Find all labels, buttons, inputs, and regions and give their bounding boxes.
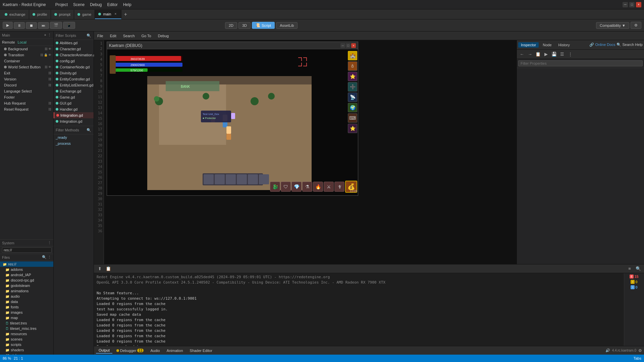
fs-item-animations[interactable]: 📁 animations xyxy=(0,288,53,294)
fs-item-fonts[interactable]: 📁 fonts xyxy=(0,304,53,310)
view-script-button[interactable]: 📜 Script xyxy=(252,22,275,29)
method-process[interactable]: _process xyxy=(54,140,94,146)
menu-file[interactable]: File xyxy=(94,32,107,40)
sidebar-item-container[interactable]: Container xyxy=(0,58,53,64)
menu-search[interactable]: Search xyxy=(120,32,138,40)
nav-forward-button[interactable]: → xyxy=(526,51,534,58)
deploy-button[interactable]: 📱 xyxy=(63,22,75,29)
close-button[interactable]: × xyxy=(636,2,641,7)
scene-tree-more-icon[interactable]: ⋮ xyxy=(48,33,51,37)
sidebar-item-exit[interactable]: Exit ⛓ xyxy=(0,70,53,76)
console-area[interactable]: Redot Engine v4.4.rc.kaetram.0.custom_bu… xyxy=(94,273,624,346)
sidebar-item-language[interactable]: Language Select xyxy=(0,88,53,94)
console-upload-icon[interactable]: ⬆ xyxy=(96,265,103,273)
menu-editor[interactable]: Editor xyxy=(105,2,120,8)
tab-close-main[interactable]: × xyxy=(113,12,118,16)
game-icon-8[interactable]: ⭐ xyxy=(348,124,357,133)
menu-project[interactable]: Project xyxy=(53,2,70,8)
save-action-button[interactable]: 💾 xyxy=(550,51,558,58)
sidebar-item-version[interactable]: Version ⛓ xyxy=(0,76,53,82)
tab-audio[interactable]: Audio xyxy=(148,348,162,353)
menu-goto[interactable]: Go To xyxy=(138,32,155,40)
fs-item-scenes[interactable]: 📁 scenes xyxy=(0,337,53,342)
hotbar-3[interactable]: 💎 xyxy=(291,182,302,192)
stop-button[interactable]: ⏹ xyxy=(26,22,37,29)
sidebar-item-hub-request[interactable]: Hub Request ⛓ xyxy=(0,100,53,106)
menu-edit[interactable]: Edit xyxy=(107,32,120,40)
view-assetlib-button[interactable]: AssetLib xyxy=(276,22,298,29)
fs-item-data[interactable]: 📁 data xyxy=(0,299,53,304)
movie-button[interactable]: 🎬 xyxy=(50,22,62,29)
play-action-button[interactable]: ▶ xyxy=(542,51,550,58)
fs-item-shaders[interactable]: 📁 shaders xyxy=(0,347,53,353)
tab-node[interactable]: Node xyxy=(540,42,554,48)
game-icon-6[interactable]: 🌍 xyxy=(348,103,357,112)
scene-tree-add-icon[interactable]: + xyxy=(44,33,46,37)
menu-scene[interactable]: Scene xyxy=(70,2,87,8)
game-minimize-btn[interactable]: ─ xyxy=(340,43,345,48)
console-filter-icon[interactable]: ≡ xyxy=(626,265,633,273)
pause-button[interactable]: ⏸ xyxy=(14,22,25,29)
menu-debug[interactable]: Debug xyxy=(87,2,104,8)
tab-history[interactable]: History xyxy=(556,42,573,48)
sidebar-item-reset-request[interactable]: Reset Request ⛓ xyxy=(0,106,53,112)
fs-item-res[interactable]: 📁 res:// xyxy=(0,261,53,267)
fs-item-godotsteam[interactable]: 📁 godotsteam xyxy=(0,283,53,288)
hotbar-5[interactable]: 🔥 xyxy=(313,182,323,192)
play-button[interactable]: ▶ xyxy=(3,22,13,29)
game-icon-5[interactable]: 📡 xyxy=(348,93,357,102)
game-icon-1[interactable]: 🏰 xyxy=(348,51,357,60)
fs-item-android[interactable]: 📁 android_IAP xyxy=(0,272,53,278)
game-icon-7[interactable]: ⌨ xyxy=(348,113,357,123)
filesystem-path-input[interactable] xyxy=(2,247,52,253)
script-integration-selected[interactable]: Integration.gd xyxy=(54,112,94,118)
fs-item-addons[interactable]: 📁 addons xyxy=(0,267,53,272)
fs-item-resources[interactable]: 📁 resources xyxy=(0,331,53,337)
tab-game[interactable]: game xyxy=(74,10,95,19)
script-entitylist[interactable]: EntityListElement.gd xyxy=(54,82,94,88)
local-label[interactable]: Local xyxy=(18,40,26,44)
files-more-icon[interactable]: ⋮ xyxy=(48,255,51,259)
online-docs-link[interactable]: 🔗 Online Docs xyxy=(589,43,615,47)
tab-debugger[interactable]: Debugger 11 xyxy=(114,348,146,353)
list-view-button[interactable]: ☰ xyxy=(558,51,566,58)
step-button[interactable]: ⏭ xyxy=(38,22,49,29)
game-maximize-btn[interactable]: □ xyxy=(346,43,351,48)
fs-item-images[interactable]: 📁 images xyxy=(0,310,53,315)
history-button[interactable]: 📋 xyxy=(534,51,542,58)
fs-item-tileset[interactable]: 🗒 tileset.tres xyxy=(0,320,53,326)
add-tab-button[interactable]: + xyxy=(121,10,129,18)
tab-profile[interactable]: profile xyxy=(29,10,51,19)
tab-exchange[interactable]: exchange xyxy=(1,10,29,19)
script-character[interactable]: Character.gd xyxy=(54,46,94,52)
hotbar-4[interactable]: ⚗ xyxy=(302,182,312,192)
fs-item-map[interactable]: 📁 map xyxy=(0,315,53,320)
script-abilities[interactable]: Abilities.gd xyxy=(54,40,94,46)
script-divinity[interactable]: Divinity.gd xyxy=(54,70,94,76)
menu-debug[interactable]: Debug xyxy=(155,32,172,40)
game-icon-3[interactable]: ⭐ xyxy=(348,72,357,81)
filesystem-more-icon[interactable]: ⋮ xyxy=(48,241,51,245)
hotbar-7[interactable]: 🗡 xyxy=(334,182,344,192)
fs-item-audio[interactable]: 📁 audio xyxy=(0,294,53,299)
tab-animation[interactable]: Animation xyxy=(164,348,186,353)
console-copy-icon[interactable]: 📋 xyxy=(105,265,112,273)
view-3d-button[interactable]: 3D xyxy=(238,22,251,29)
menu-help[interactable]: Help xyxy=(120,2,134,8)
more-actions-button[interactable]: ⋮ xyxy=(567,51,574,58)
script-containernode[interactable]: ContainerNode.gd xyxy=(54,64,94,70)
script-integration2[interactable]: Integration.gd xyxy=(54,118,94,124)
methods-search-icon[interactable]: 🔍 xyxy=(86,127,92,133)
tab-output[interactable]: Output xyxy=(96,348,112,354)
maximize-button[interactable]: □ xyxy=(629,2,635,7)
view-2d-button[interactable]: 2D xyxy=(225,22,237,29)
script-handler[interactable]: Handler.gd xyxy=(54,106,94,112)
fs-item-discord[interactable]: 📁 discord-rpc.gd xyxy=(0,278,53,283)
fs-item-scripts[interactable]: 📁 scripts xyxy=(0,342,53,347)
game-close-btn[interactable]: × xyxy=(351,43,356,48)
game-icon-2[interactable]: 🕯 xyxy=(348,61,357,71)
sidebar-item-background[interactable]: Background ⛓ 👁 xyxy=(0,46,53,52)
script-game[interactable]: Game.gd xyxy=(54,94,94,100)
remote-label[interactable]: Remote xyxy=(2,40,15,44)
tab-main[interactable]: main × xyxy=(95,10,121,19)
